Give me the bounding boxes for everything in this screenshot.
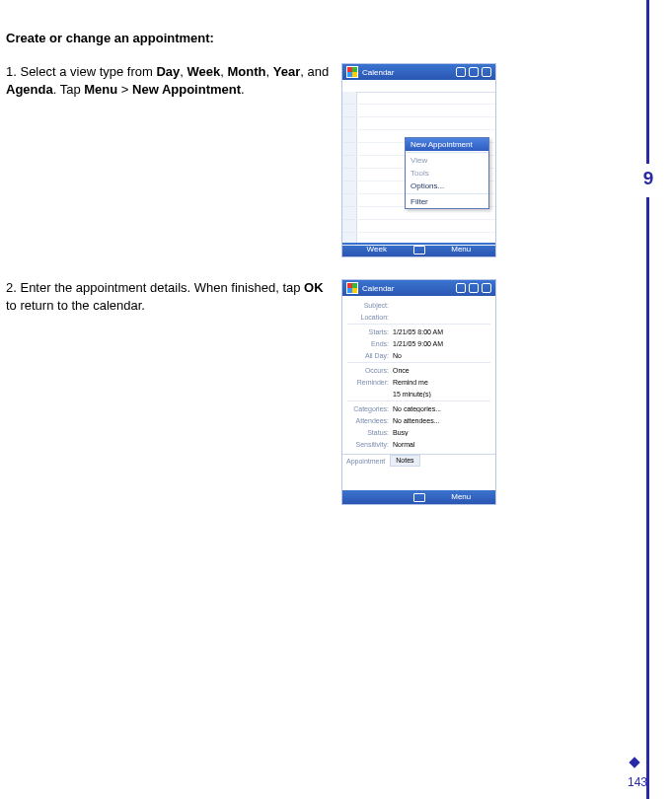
value[interactable]: No	[393, 352, 490, 359]
t: >	[117, 82, 132, 97]
value[interactable]: No categories...	[393, 405, 490, 412]
label: Attendees:	[347, 417, 389, 424]
volume-icon	[469, 283, 479, 293]
tray-icons	[456, 67, 491, 77]
step-2: 2. Enter the appointment details. When f…	[6, 279, 618, 505]
menu-item[interactable]: Filter	[406, 195, 488, 208]
step-2-text: 2. Enter the appointment details. When f…	[6, 279, 332, 314]
row-attendees[interactable]: Attendees: No attendees...	[347, 414, 490, 426]
value[interactable]: 1/21/05 9:00 AM	[393, 340, 490, 347]
signal-icon	[456, 67, 466, 77]
keyboard-icon	[413, 246, 425, 254]
label: Occurs:	[347, 367, 389, 374]
t: .	[241, 82, 245, 97]
kw-week: Week	[187, 64, 221, 79]
page-number: 143	[628, 775, 647, 789]
kw-agenda: Agenda	[6, 82, 53, 97]
keyboard-icon	[413, 493, 425, 502]
kw-ok: OK	[304, 280, 324, 295]
row-reminder[interactable]: Reminder: Remind me	[347, 376, 490, 388]
row-reminder-time[interactable]: 15 minute(s)	[347, 388, 490, 400]
step-2-body: Enter the appointment details. When fini…	[6, 280, 324, 313]
menu-item-new-appointment[interactable]: New Appointment	[406, 138, 488, 151]
step-2-number: 2.	[6, 280, 17, 295]
calendar-day-grid[interactable]: New Appointment View Tools Options... Fi…	[342, 80, 495, 243]
kw-year: Year	[273, 64, 300, 79]
label: Location:	[347, 314, 389, 321]
app-title: Calendar	[362, 284, 452, 293]
row-starts[interactable]: Starts: 1/21/05 8:00 AM	[347, 326, 490, 337]
menu-popup: New Appointment View Tools Options... Fi…	[405, 137, 489, 209]
kw-day: Day	[156, 64, 180, 79]
close-icon[interactable]	[482, 67, 491, 77]
kw-new-appointment: New Appointment	[132, 82, 241, 97]
appointment-form: Subject: Location: Starts: 1/21/05 8:00 …	[342, 296, 495, 490]
t: Select a view type from	[20, 64, 156, 79]
chapter-side-rail	[646, 0, 649, 799]
row-subject[interactable]: Subject:	[347, 299, 490, 311]
label: All Day:	[347, 352, 389, 359]
menu-item[interactable]: Options...	[406, 180, 488, 192]
tab-notes[interactable]: Notes	[390, 455, 419, 467]
start-icon[interactable]	[346, 282, 358, 294]
start-icon[interactable]	[346, 66, 358, 78]
menu-item[interactable]: Tools	[406, 167, 488, 180]
label: Status:	[347, 429, 389, 436]
wm-title-bar: Calendar	[342, 280, 495, 296]
row-ends[interactable]: Ends: 1/21/05 9:00 AM	[347, 337, 490, 349]
softkey-right[interactable]: Menu	[427, 490, 496, 504]
page-number-ornament	[629, 757, 639, 767]
label: Subject:	[347, 302, 389, 309]
t: , and	[300, 64, 329, 79]
t: to return to the calendar.	[6, 298, 145, 313]
volume-icon	[469, 67, 479, 77]
hour-column	[342, 92, 357, 243]
t: . Tap	[53, 82, 85, 97]
label: Ends:	[347, 340, 389, 347]
row-categories[interactable]: Categories: No categories...	[347, 402, 490, 414]
row-allday[interactable]: All Day: No	[347, 349, 490, 361]
section-heading: Create or change an appointment:	[6, 31, 618, 45]
row-location[interactable]: Location:	[347, 311, 490, 323]
value[interactable]: No attendees...	[393, 417, 490, 424]
form-rows: Subject: Location: Starts: 1/21/05 8:00 …	[342, 296, 495, 450]
row-sensitivity[interactable]: Sensitivity: Normal	[347, 438, 490, 450]
kw-month: Month	[228, 64, 266, 79]
label: Categories:	[347, 405, 389, 412]
bottom-tab-strip: Appointment Notes	[342, 454, 495, 467]
step-1-body: Select a view type from Day, Week, Month…	[6, 64, 329, 97]
wm-title-bar: Calendar	[342, 64, 495, 80]
row-status[interactable]: Status: Busy	[347, 426, 490, 438]
value[interactable]: Busy	[393, 429, 490, 436]
kw-menu: Menu	[84, 82, 117, 97]
signal-icon	[456, 283, 466, 293]
sip-button[interactable]	[411, 243, 427, 256]
step-1-text: 1. Select a view type from Day, Week, Mo…	[6, 63, 332, 98]
step-1: 1. Select a view type from Day, Week, Mo…	[6, 63, 618, 257]
softkey-bar: Menu	[342, 490, 495, 504]
screenshot-calendar-menu: Calendar New Appointment	[341, 63, 496, 257]
step-1-number: 1.	[6, 64, 17, 79]
label: Sensitivity:	[347, 441, 389, 448]
page-content: Create or change an appointment: 1. Sele…	[6, 31, 618, 527]
value[interactable]: 15 minute(s)	[393, 391, 490, 398]
row-occurs[interactable]: Occurs: Once	[347, 364, 490, 376]
softkey-left[interactable]	[342, 490, 411, 504]
sip-button[interactable]	[411, 490, 427, 504]
value[interactable]: Remind me	[393, 379, 490, 386]
value[interactable]: 1/21/05 8:00 AM	[393, 328, 490, 335]
menu-item[interactable]: View	[406, 154, 488, 167]
t: Enter the appointment details. When fini…	[20, 280, 304, 295]
ok-icon[interactable]	[482, 283, 491, 293]
tab-appointment[interactable]: Appointment	[342, 458, 390, 465]
label: Starts:	[347, 328, 389, 335]
t: ,	[180, 64, 187, 79]
chapter-number: 9	[636, 168, 660, 191]
value[interactable]: Once	[393, 367, 490, 374]
t: ,	[220, 64, 227, 79]
value[interactable]: Normal	[393, 441, 490, 448]
tray-icons	[456, 283, 491, 293]
app-title: Calendar	[362, 68, 452, 77]
screenshot-appointment-form: Calendar Subject: Location:	[341, 279, 496, 505]
label: Reminder:	[347, 379, 389, 386]
